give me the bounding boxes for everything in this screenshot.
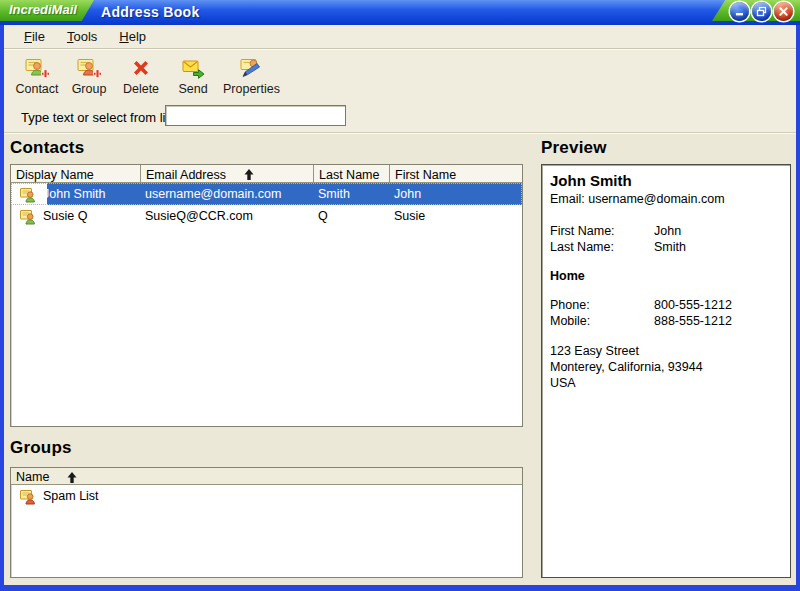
last-name-cell: Smith (314, 183, 390, 205)
group-button[interactable]: Group (63, 55, 115, 97)
window-title: Address Book (101, 4, 200, 20)
column-header-display-name[interactable]: Display Name (11, 165, 141, 182)
search-input[interactable] (165, 105, 346, 126)
send-button[interactable]: Send (167, 55, 219, 97)
delete-button-label: Delete (123, 82, 159, 96)
contact-card-icon (20, 186, 37, 203)
contact-email: SusieQ@CCR.com (145, 209, 253, 223)
preview-phone-row: Phone:800-555-1212 (550, 297, 782, 313)
display-name-cell: John Smith (11, 183, 141, 205)
preview-email-line: Email: username@domain.com (550, 192, 782, 206)
display-name-cell: Susie Q (11, 205, 141, 227)
preview-field-value: Smith (654, 240, 686, 254)
preview-address-line: USA (550, 375, 782, 391)
preview-panel: John Smith Email: username@domain.com Fi… (541, 164, 791, 578)
preview-contact-name: John Smith (550, 172, 782, 189)
contact-email: username@domain.com (145, 187, 281, 201)
search-label: Type text or select from list: (21, 110, 179, 125)
menu-help[interactable]: Help (119, 29, 146, 44)
minimize-icon (734, 6, 745, 17)
menu-file[interactable]: File (24, 29, 45, 44)
preview-field-row: Last Name:Smith (550, 239, 782, 255)
group-name-cell: Spam List (11, 485, 522, 507)
column-header-first-name[interactable]: First Name (390, 165, 522, 182)
preview-address: 123 Easy Street Monterey, California, 93… (550, 343, 782, 391)
menu-tools[interactable]: Tools (67, 29, 97, 44)
column-header-name[interactable]: Name (11, 468, 522, 484)
properties-button[interactable]: Properties (219, 55, 284, 97)
contacts-header-row: Display Name Email Address Last Name Fir… (11, 165, 522, 183)
preview-phone-row: Mobile:888-555-1212 (550, 313, 782, 329)
close-button[interactable] (774, 2, 793, 21)
groups-heading: Groups (10, 438, 72, 458)
column-header-last-name[interactable]: Last Name (314, 165, 390, 182)
preview-phone-label: Phone: (550, 297, 654, 313)
send-mail-icon (180, 56, 206, 80)
close-icon (778, 6, 789, 17)
contact-card-icon (20, 208, 37, 225)
titlebar[interactable]: IncrediMail Address Book (0, 0, 800, 25)
contact-first-name: John (394, 187, 421, 201)
contact-button[interactable]: Contact (11, 55, 63, 97)
email-cell: username@domain.com (141, 183, 314, 205)
delete-icon (128, 56, 154, 80)
sort-ascending-icon (67, 472, 77, 483)
add-contact-icon (24, 56, 50, 80)
contact-last-name: Smith (318, 187, 350, 201)
group-name: Spam List (43, 489, 99, 503)
toolbar: Contact Group (4, 50, 796, 100)
send-button-label: Send (178, 82, 207, 96)
contact-row-john-smith[interactable]: John Smith username@domain.com Smith Joh… (11, 183, 522, 205)
restore-icon (756, 6, 767, 17)
add-group-icon (76, 56, 102, 80)
preview-phone-value: 800-555-1212 (654, 298, 732, 312)
properties-icon (238, 56, 264, 80)
group-button-label: Group (72, 82, 107, 96)
group-row-spam-list[interactable]: Spam List (11, 485, 522, 507)
groups-list[interactable]: Name Spam List (10, 467, 523, 578)
column-header-label: Email Address (146, 168, 226, 182)
contacts-list[interactable]: Display Name Email Address Last Name Fir… (10, 164, 523, 427)
first-name-cell: John (390, 183, 522, 205)
column-header-label: Display Name (16, 168, 94, 182)
window-controls (730, 2, 793, 21)
preview-address-line: Monterey, California, 93944 (550, 359, 782, 375)
preview-address-line: 123 Easy Street (550, 343, 782, 359)
preview-phone-value: 888-555-1212 (654, 314, 732, 328)
preview-field-label: First Name: (550, 223, 654, 239)
column-header-label: First Name (395, 168, 456, 182)
contact-display-name: John Smith (43, 187, 106, 201)
restore-button[interactable] (752, 2, 771, 21)
client-area: File Tools Help Contact (4, 25, 796, 585)
column-header-label: Name (16, 470, 49, 484)
email-cell: SusieQ@CCR.com (141, 205, 314, 227)
incredimail-logo: IncrediMail (0, 0, 94, 21)
preview-section-home: Home (550, 269, 782, 283)
preview-field-label: Last Name: (550, 239, 654, 255)
contact-button-label: Contact (15, 82, 58, 96)
preview-field-row: First Name:John (550, 223, 782, 239)
preview-field-value: John (654, 224, 681, 238)
properties-button-label: Properties (223, 82, 280, 96)
column-header-email-address[interactable]: Email Address (141, 165, 314, 182)
search-row: Type text or select from list: (4, 100, 796, 133)
sort-ascending-icon (244, 169, 254, 180)
minimize-button[interactable] (730, 2, 749, 21)
column-header-label: Last Name (319, 168, 379, 182)
delete-button[interactable]: Delete (115, 55, 167, 97)
contact-row-susie-q[interactable]: Susie Q SusieQ@CCR.com Q Susie (11, 205, 522, 227)
contact-display-name: Susie Q (43, 209, 87, 223)
first-name-cell: Susie (390, 205, 522, 227)
last-name-cell: Q (314, 205, 390, 227)
groups-header-row: Name (11, 468, 522, 485)
contact-last-name: Q (318, 209, 328, 223)
preview-phone-label: Mobile: (550, 313, 654, 329)
contacts-heading: Contacts (10, 138, 84, 158)
group-card-icon (20, 488, 37, 505)
preview-heading: Preview (541, 138, 607, 158)
contact-first-name: Susie (394, 209, 425, 223)
address-book-window: IncrediMail Address Book File T (0, 0, 800, 591)
menu-bar: File Tools Help (4, 25, 796, 49)
